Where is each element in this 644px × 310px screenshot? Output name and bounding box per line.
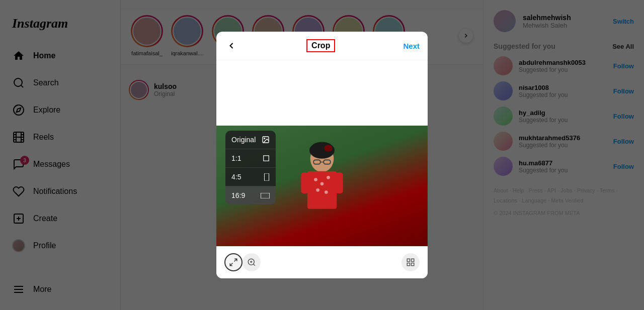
modal-overlay[interactable]: Crop Next <box>0 0 644 310</box>
svg-rect-21 <box>307 171 337 209</box>
svg-line-40 <box>253 264 255 265</box>
svg-point-33 <box>264 138 265 139</box>
svg-line-37 <box>234 259 237 261</box>
crop-option-4-5[interactable]: 4:5 <box>225 168 276 186</box>
svg-rect-34 <box>264 156 269 161</box>
portrait-icon <box>264 173 270 181</box>
modal-white-top <box>216 60 428 126</box>
crop-option-label: 16:9 <box>231 191 245 199</box>
modal-bottom-toolbar <box>216 246 428 278</box>
svg-rect-46 <box>412 263 414 266</box>
crop-option-label: 1:1 <box>231 154 241 162</box>
square-icon <box>263 155 270 162</box>
svg-rect-45 <box>407 263 410 266</box>
crop-option-label: 4:5 <box>231 173 241 181</box>
crop-option-original[interactable]: Original <box>225 131 276 149</box>
svg-point-29 <box>327 176 330 179</box>
modal-back-button[interactable] <box>224 39 238 53</box>
modal-title: Crop <box>306 39 335 52</box>
crop-options-panel: Original 1:1 4:5 <box>225 131 276 204</box>
multi-select-button[interactable] <box>401 253 420 271</box>
crop-modal: Crop Next <box>216 32 428 278</box>
svg-line-38 <box>230 263 232 266</box>
svg-point-31 <box>325 190 328 194</box>
crop-option-1-1[interactable]: 1:1 <box>225 149 276 168</box>
modal-image-area: Original 1:1 4:5 <box>216 126 428 246</box>
crop-option-label: Original <box>231 136 256 144</box>
crop-option-16-9[interactable]: 16:9 <box>225 186 276 204</box>
modal-header: Crop Next <box>216 32 428 60</box>
photo-figure <box>292 136 352 236</box>
svg-point-30 <box>316 188 319 192</box>
modal-next-button[interactable]: Next <box>403 42 420 50</box>
svg-point-27 <box>314 178 317 181</box>
crop-expand-button[interactable] <box>224 253 243 271</box>
svg-rect-43 <box>407 259 410 261</box>
svg-rect-35 <box>265 173 269 181</box>
svg-point-28 <box>320 182 324 186</box>
svg-point-20 <box>324 145 333 151</box>
svg-rect-44 <box>412 259 414 261</box>
zoom-button[interactable] <box>243 253 261 271</box>
svg-rect-25 <box>301 172 308 193</box>
landscape-icon <box>261 193 270 198</box>
original-icon <box>262 136 270 144</box>
svg-rect-26 <box>336 172 343 193</box>
svg-rect-36 <box>261 193 270 198</box>
